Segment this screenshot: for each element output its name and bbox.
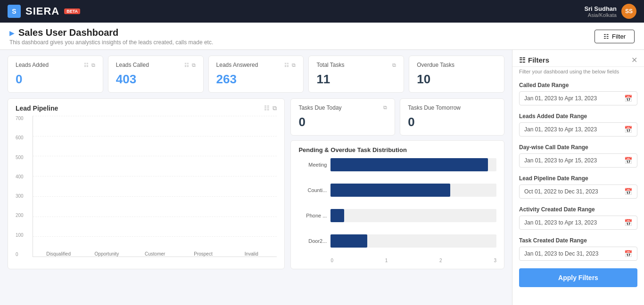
export-icon2[interactable]: ⧉ (192, 62, 196, 68)
filter-label-daywise: Day-wise Call Date Range (519, 144, 637, 151)
filter-input-pipeline[interactable]: Oct 01, 2022 to Dec 31, 2023 📅 (519, 185, 637, 199)
metric-value-total-tasks: 11 (316, 72, 396, 87)
filter-label-leads-added: Leads Added Date Range (519, 113, 637, 120)
metric-card-leads-answered: Leads Answered ☷ ⧉ 263 (208, 56, 304, 93)
filter-section-pipeline: Lead Pipeline Date Range Oct 01, 2022 to… (512, 171, 644, 202)
bar-opportunity: Opportunity (86, 249, 127, 257)
metric-card-leads-called: Leads Called ☷ ⧉ 403 (108, 56, 204, 93)
export-icon3[interactable]: ⧉ (292, 62, 296, 68)
filter-section-called-date: Called Date Range Jan 01, 2023 to Apr 13… (512, 78, 644, 109)
app-logo: S (8, 5, 21, 18)
avatar: SS (621, 4, 636, 19)
right-charts: Tasks Due Today ⧉ 0 Tasks Due Tomorrow 0 (290, 98, 504, 269)
filter-input-leads-added[interactable]: Jan 01, 2023 to Apr 13, 2023 📅 (519, 122, 637, 136)
tasks-due-today-card: Tasks Due Today ⧉ 0 (290, 98, 395, 136)
tasks-today-title: Tasks Due Today (298, 104, 341, 111)
charts-row: Lead Pipeline ☷ ⧉ 700 600 500 400 300 20… (8, 98, 504, 269)
filter-input-activity[interactable]: Jan 01, 2023 to Apr 13, 2023 📅 (519, 216, 637, 230)
calendar-icon-task-created: 📅 (624, 250, 632, 257)
filter-input-task-created[interactable]: Jan 01, 2023 to Dec 31, 2023 📅 (519, 247, 637, 261)
metric-title-total-tasks: Total Tasks (316, 62, 344, 68)
bars-container: Disqualified Opportunity Customer (33, 116, 277, 257)
filter-panel: ☷ Filters ✕ Filter your dashboard using … (512, 50, 644, 305)
export-icon[interactable]: ⧉ (91, 62, 95, 68)
apply-filters-button[interactable]: Apply Filters (519, 268, 637, 287)
metric-value-leads-added: 0 (16, 72, 95, 87)
page-subtitle: This dashboard gives you analystics insi… (9, 39, 213, 46)
filter-section-daywise-call: Day-wise Call Date Range Jan 01, 2023 to… (512, 140, 644, 171)
bar-disqualified: Disqualified (38, 249, 79, 257)
dashboard-area: Leads Added ☷ ⧉ 0 Leads Called ☷ ⧉ 403 (0, 50, 512, 305)
filter-icon-sm3[interactable]: ☷ (284, 62, 289, 68)
user-timezone: Asia/Kolkata (584, 12, 617, 18)
hbar-row-counti: Counti... (298, 184, 496, 197)
metric-value-leads-called: 403 (116, 72, 196, 87)
hbar-rows: Meeting Counti... Phone (298, 158, 496, 256)
metric-cards: Leads Added ☷ ⧉ 0 Leads Called ☷ ⧉ 403 (8, 56, 504, 93)
y-axis-labels: 700 600 500 400 300 200 100 0 (16, 116, 24, 257)
calendar-icon-leads-added: 📅 (624, 126, 632, 133)
metric-title-leads-called: Leads Called (116, 62, 149, 68)
calendar-icon-activity: 📅 (624, 219, 632, 226)
page-header: ▶ Sales User Dashboard This dashboard gi… (0, 23, 644, 50)
hbar-x-labels: 0 1 2 3 (298, 258, 496, 263)
filter-icon-sm2[interactable]: ☷ (184, 62, 189, 68)
filter-section-task-created: Task Created Date Range Jan 01, 2023 to … (512, 233, 644, 265)
filter-button[interactable]: ☷ Filter (594, 30, 635, 43)
tasks-tomorrow-value: 0 (408, 115, 496, 129)
metric-title-leads-added: Leads Added (16, 62, 49, 68)
beta-badge: BETA (64, 8, 80, 14)
page-title: Sales User Dashboard (18, 27, 118, 38)
pipeline-export-icon[interactable]: ⧉ (272, 104, 277, 112)
metric-title-leads-answered: Leads Answered (216, 62, 258, 68)
metric-card-total-tasks: Total Tasks ⧉ 11 (308, 56, 404, 93)
pipeline-filter-icon[interactable]: ☷ (264, 104, 270, 112)
main-content: Leads Added ☷ ⧉ 0 Leads Called ☷ ⧉ 403 (0, 50, 644, 305)
metric-value-overdue-tasks: 10 (417, 72, 496, 87)
filter-label-activity: Activity Created Date Range (519, 206, 637, 213)
filter-icon-sm[interactable]: ☷ (84, 62, 89, 68)
filter-input-called[interactable]: Jan 01, 2023 to Apr 13, 2023 📅 (519, 91, 637, 105)
bar-customer: Customer (134, 249, 176, 257)
nav-left: S SIERA BETA (8, 5, 80, 18)
user-name: Sri Sudhan (584, 5, 617, 12)
metric-card-overdue-tasks: Overdue Tasks 10 (409, 56, 504, 93)
hbar-row-phone: Phone ... (298, 209, 496, 222)
calendar-icon-called: 📅 (624, 95, 632, 102)
filter-panel-header: ☷ Filters ✕ (512, 50, 644, 67)
metric-icons-leads-added: ☷ ⧉ (84, 62, 95, 68)
metric-value-leads-answered: 263 (216, 72, 296, 87)
metric-card-leads-added: Leads Added ☷ ⧉ 0 (8, 56, 103, 93)
filter-funnel-icon: ☷ (519, 56, 525, 64)
filter-close-button[interactable]: ✕ (631, 56, 637, 64)
brand-name: SIERA (25, 5, 59, 17)
filter-section-leads-added: Leads Added Date Range Jan 01, 2023 to A… (512, 109, 644, 140)
tasks-today-export[interactable]: ⧉ (383, 104, 387, 111)
metric-title-overdue-tasks: Overdue Tasks (417, 62, 454, 68)
calendar-icon-pipeline: 📅 (624, 188, 632, 195)
filter-panel-subtitle: Filter your dashboard using the below fi… (512, 67, 644, 78)
calendar-icon-daywise: 📅 (624, 157, 632, 164)
lead-pipeline-card: Lead Pipeline ☷ ⧉ 700 600 500 400 300 20… (8, 98, 285, 269)
filter-section-activity: Activity Created Date Range Jan 01, 2023… (512, 202, 644, 233)
filter-input-daywise[interactable]: Jan 01, 2023 to Apr 15, 2023 📅 (519, 153, 637, 168)
filter-btn-label: Filter (612, 33, 626, 40)
filter-label-pipeline: Lead Pipeline Date Range (519, 175, 637, 182)
bar-invalid: Invalid (231, 249, 272, 257)
export-icon4[interactable]: ⧉ (392, 62, 396, 68)
title-section: ▶ Sales User Dashboard This dashboard gi… (9, 27, 213, 46)
bar-chart-area: Disqualified Opportunity Customer (33, 116, 277, 257)
tasks-tomorrow-title: Tasks Due Tomorrow (408, 104, 461, 111)
nav-right: Sri Sudhan Asia/Kolkata SS (584, 4, 636, 19)
breadcrumb-arrow[interactable]: ▶ (9, 29, 15, 37)
hbar-row-meeting: Meeting (298, 158, 496, 171)
filter-panel-title: ☷ Filters (519, 56, 549, 64)
filter-label-called: Called Date Range (519, 82, 637, 88)
pending-overdue-card: Pending & Overdue Task Distribution Meet… (290, 140, 504, 269)
hbar-row-door2: Door2... (298, 234, 496, 248)
tasks-today-value: 0 (298, 115, 387, 129)
filter-icon: ☷ (603, 33, 609, 40)
user-info: Sri Sudhan Asia/Kolkata (584, 5, 617, 18)
filter-label-task-created: Task Created Date Range (519, 237, 637, 244)
bar-prospect: Prospect (182, 249, 224, 257)
